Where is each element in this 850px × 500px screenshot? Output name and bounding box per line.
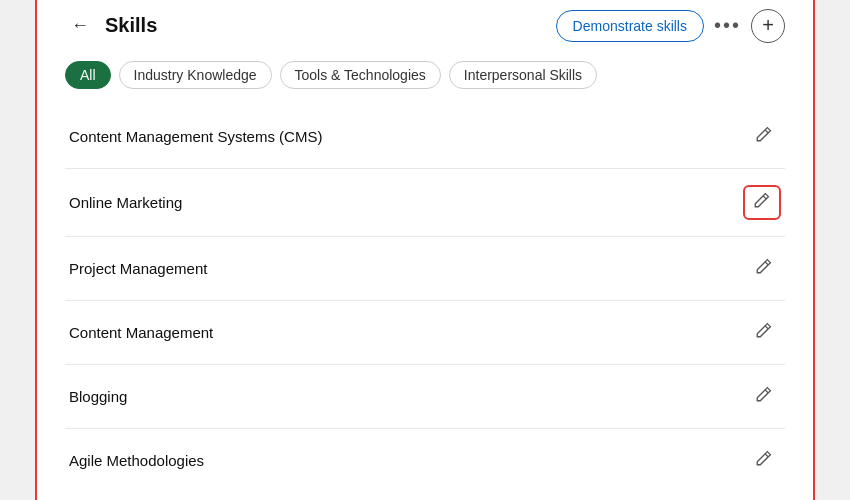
table-row: Content Management [65, 301, 785, 365]
pencil-icon [755, 257, 773, 275]
svg-line-1 [763, 195, 766, 198]
add-button[interactable]: + [751, 9, 785, 43]
demonstrate-skills-button[interactable]: Demonstrate skills [556, 10, 704, 42]
more-options-button[interactable]: ••• [714, 14, 741, 37]
pencil-icon [755, 385, 773, 403]
filter-industry-knowledge[interactable]: Industry Knowledge [119, 61, 272, 89]
edit-button[interactable] [747, 253, 781, 284]
filter-chips: All Industry Knowledge Tools & Technolog… [65, 61, 785, 89]
table-row: Blogging [65, 365, 785, 429]
table-row: Online Marketing [65, 169, 785, 237]
table-row: Agile Methodologies [65, 429, 785, 492]
skill-name: Project Management [69, 260, 207, 277]
edit-button[interactable] [747, 445, 781, 476]
skill-name: Agile Methodologies [69, 452, 204, 469]
edit-button[interactable] [747, 317, 781, 348]
filter-interpersonal-skills[interactable]: Interpersonal Skills [449, 61, 597, 89]
table-row: Project Management [65, 237, 785, 301]
skills-list: Content Management Systems (CMS) Online … [65, 105, 785, 492]
edit-button[interactable] [747, 121, 781, 152]
header-left: ← Skills [65, 13, 157, 38]
svg-line-0 [765, 129, 768, 132]
page-title: Skills [105, 14, 157, 37]
skill-name: Content Management Systems (CMS) [69, 128, 322, 145]
header: ← Skills Demonstrate skills ••• + [65, 9, 785, 43]
skill-name: Online Marketing [69, 194, 182, 211]
pencil-icon [753, 191, 771, 209]
svg-line-2 [765, 261, 768, 264]
table-row: Content Management Systems (CMS) [65, 105, 785, 169]
filter-all[interactable]: All [65, 61, 111, 89]
edit-button[interactable] [747, 381, 781, 412]
header-right: Demonstrate skills ••• + [556, 9, 785, 43]
svg-line-5 [765, 453, 768, 456]
skills-card: ← Skills Demonstrate skills ••• + All In… [35, 0, 815, 500]
skill-name: Blogging [69, 388, 127, 405]
svg-line-4 [765, 389, 768, 392]
svg-line-3 [765, 325, 768, 328]
skill-name: Content Management [69, 324, 213, 341]
back-button[interactable]: ← [65, 13, 95, 38]
filter-tools-technologies[interactable]: Tools & Technologies [280, 61, 441, 89]
pencil-icon [755, 321, 773, 339]
pencil-icon [755, 449, 773, 467]
edit-button-highlighted[interactable] [743, 185, 781, 220]
pencil-icon [755, 125, 773, 143]
